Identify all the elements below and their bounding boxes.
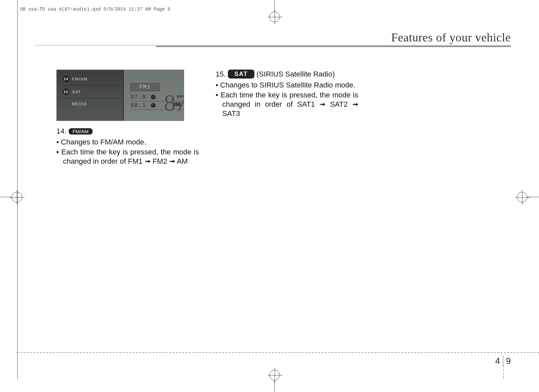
- sat-key-badge: SAT: [228, 70, 255, 79]
- item-15-heading: 15. SAT (SIRIUS Satellite Radio): [216, 70, 358, 79]
- item-15-number: 15.: [216, 70, 226, 79]
- item-15-bullet-1: Changes to SIRIUS Satellite Radio mode.: [216, 81, 358, 90]
- page-number-value: 9: [506, 356, 511, 366]
- figure-preset-slot-1: 1: [151, 95, 156, 99]
- radio-figure: 14 FM/AM 15 SAT MEDIA FM1 ST: [56, 70, 184, 121]
- item-14-bullet-2: Each time the key is pressed, the mode i…: [56, 147, 199, 166]
- page-frame: [17, 0, 526, 379]
- item-14-bullet-1: Changes to FM/AM mode.: [56, 138, 199, 147]
- page-number: 4 9: [495, 356, 511, 366]
- chapter-number: 4: [495, 356, 500, 366]
- figure-callout-14: 14: [63, 76, 69, 82]
- fmam-key-badge: FM/AM: [69, 128, 93, 135]
- section-header: Features of your vehicle: [156, 30, 511, 47]
- column-2: 15. SAT (SIRIUS Satellite Radio) Changes…: [216, 70, 358, 167]
- section-title: Features of your vehicle: [156, 30, 511, 44]
- figure-preset-slot-2: 2: [151, 103, 156, 108]
- figure-big-freq: 87: [164, 90, 184, 116]
- figure-preset-freq-1: 87.9: [130, 94, 149, 100]
- figure-preset-freq-2: 88.1: [130, 102, 149, 109]
- item-15-suffix: (SIRIUS Satellite Radio): [256, 70, 335, 79]
- item-15-bullets: Changes to SIRIUS Satellite Radio mode. …: [216, 81, 358, 119]
- column-1: 14 FM/AM 15 SAT MEDIA FM1 ST: [56, 70, 199, 167]
- item-14-number: 14.: [56, 127, 67, 136]
- item-15-bullet-2: Each time the key is pressed, the mode i…: [216, 90, 358, 118]
- figure-label-media: MEDIA: [72, 101, 87, 106]
- item-14-bullets: Changes to FM/AM mode. Each time the key…: [56, 138, 199, 166]
- figure-label-fmam: FM/AM: [72, 77, 88, 82]
- item-14-heading: 14. FM/AM: [56, 127, 199, 136]
- figure-band: FM1: [130, 83, 160, 91]
- figure-callout-15: 15: [63, 88, 69, 95]
- page-number-separator: [503, 356, 504, 366]
- footer-dashed-line: [17, 352, 539, 353]
- figure-label-sat: SAT: [72, 89, 81, 94]
